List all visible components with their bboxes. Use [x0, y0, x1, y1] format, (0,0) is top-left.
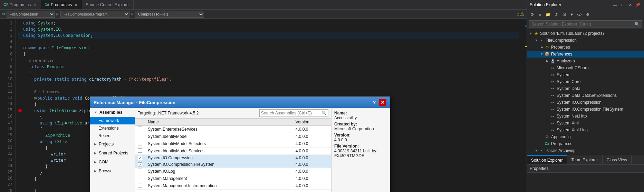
row-checkbox-8[interactable]	[135, 182, 145, 190]
nav-com[interactable]: ▶ COM	[90, 158, 135, 166]
nav-recent[interactable]: Recent	[90, 132, 135, 140]
row-checkbox-3[interactable]	[135, 148, 145, 155]
se-settings-btn[interactable]: ⚙	[584, 11, 592, 18]
se-code-btn[interactable]: </>	[576, 11, 584, 18]
detail-version-row: Version: 4.0.0.0	[334, 133, 387, 142]
tree-item-system-data-dse[interactable]: ▪▪ System.Data.DataSetExtensions	[527, 92, 644, 99]
row-checkbox-2[interactable]	[135, 140, 145, 148]
tree-item-program-cs[interactable]: C# Program.cs	[527, 140, 644, 147]
nav-projects[interactable]: ▶ Projects	[90, 140, 135, 149]
tab-team-explorer[interactable]: Team Explorer	[567, 155, 602, 164]
fc-expand[interactable]: ▼	[534, 39, 539, 42]
pa-expand[interactable]: ▼	[534, 149, 539, 152]
tree-item-solution[interactable]: ▼ ◈ Solution 'ElYusubLabs' (2 projects)	[527, 30, 644, 37]
checkbox-icon-5[interactable]: ✓	[138, 162, 142, 167]
solution-expand[interactable]: ▼	[528, 32, 533, 35]
tree-item-properties-fc[interactable]: ▶ ⚙ Properties	[527, 44, 644, 51]
browse-label: Browse	[99, 169, 113, 173]
tab-program-cs-1[interactable]: C# Program.cs ✕	[0, 0, 41, 9]
tree-item-analyzers[interactable]: ▶ 🔬 Analyzers	[527, 58, 644, 64]
dialog-table-row[interactable]: System.Management4.0.0.0	[135, 175, 331, 182]
props-fc-expand[interactable]: ▶	[539, 46, 544, 49]
dialog-close-btn[interactable]: ✕	[379, 99, 386, 106]
tree-item-sys-net-http[interactable]: ▪▪ System.Net.Http	[527, 113, 644, 120]
panel-close-btn[interactable]: ✕	[627, 1, 634, 8]
dialog-table-row[interactable]: System.IO.Log4.0.0.0	[135, 168, 331, 175]
checkbox-icon-6[interactable]	[138, 169, 142, 173]
tab-close-2[interactable]: ✕	[74, 2, 78, 7]
file-dropdown[interactable]: FileCompression	[7, 11, 55, 18]
nav-assemblies[interactable]: ▼ Assemblies	[90, 108, 135, 117]
se-refresh-btn[interactable]: ↺	[552, 11, 560, 18]
panel-minimize-btn[interactable]: —	[612, 1, 618, 8]
dialog-table-row[interactable]: System.IdentityModel4.0.0.0	[135, 133, 331, 140]
tree-item-sys-xml[interactable]: ▪▪ System.Xml	[527, 120, 644, 127]
checkbox-icon-4[interactable]: ✓	[138, 156, 142, 160]
se-collapse-btn[interactable]: ⇲	[560, 11, 568, 18]
dialog-search[interactable]: 🔍	[259, 109, 328, 117]
tree-item-system-data[interactable]: ▪▪ System.Data	[527, 85, 644, 92]
row-checkbox-1[interactable]	[135, 133, 145, 140]
tree-item-app-config-fc[interactable]: ⚙ App.config	[527, 133, 644, 140]
assemblies-arrow: ▼	[94, 111, 97, 114]
tab-class-view[interactable]: Class View	[603, 155, 632, 164]
se-show-files-btn[interactable]: 📁	[544, 11, 552, 18]
method-dropdown[interactable]: CompressToFile()	[135, 11, 204, 18]
analyzers-expand[interactable]: ▶	[545, 59, 550, 63]
dialog-table-wrap: Name Version System.EnterpriseServices4.…	[135, 119, 331, 192]
row-checkbox-0[interactable]	[135, 126, 145, 133]
panel-maximize-btn[interactable]: □	[619, 1, 626, 8]
se-sync-btn[interactable]: ⟳	[528, 11, 536, 18]
checkbox-icon-1[interactable]	[138, 134, 142, 138]
dialog-table-row[interactable]: System.IdentityModel.Selectors4.0.0.0	[135, 140, 331, 148]
tab-te-label: Team Explorer	[571, 158, 598, 162]
tab-program-cs-2[interactable]: C# Program.cs ✕	[41, 0, 82, 9]
nav-framework[interactable]: Framework	[90, 117, 135, 124]
row-checkbox-7[interactable]	[135, 175, 145, 182]
checkbox-icon-8[interactable]	[138, 183, 142, 188]
checkbox-icon-3[interactable]	[138, 148, 142, 153]
checkbox-icon-2[interactable]	[138, 141, 142, 145]
scroll-markers	[522, 19, 527, 192]
se-search-input[interactable]	[531, 22, 634, 27]
tree-item-sys-io-comp-fs[interactable]: ▪▪ System.IO.Compression.FileSystem	[527, 106, 644, 113]
dialog-table-row[interactable]: System.IdentityModel.Services4.0.0.0	[135, 148, 331, 155]
nav-extensions[interactable]: Extensions	[90, 124, 135, 132]
checkbox-icon-7[interactable]	[138, 176, 142, 180]
refs-fc-expand[interactable]: ▼	[539, 52, 544, 56]
tree-item-sys-xml-linq[interactable]: ▪▪ System.Xml.Linq	[527, 127, 644, 133]
se-search-box[interactable]: 🔍	[529, 20, 642, 28]
app-config-fc-label: App.config	[551, 134, 643, 139]
nav-shared-projects[interactable]: ▶ Shared Projects	[90, 149, 135, 158]
checkbox-icon-0[interactable]	[138, 127, 142, 131]
panel-pin-btn[interactable]: 📌	[634, 1, 641, 8]
class-dropdown[interactable]: FileCompression.Program	[60, 11, 129, 18]
row-checkbox-4[interactable]: ✓	[135, 155, 145, 161]
se-search-area: 🔍	[527, 19, 644, 29]
tree-item-system[interactable]: ▪▪ System	[527, 71, 644, 78]
tab-close-1[interactable]: ✕	[32, 2, 37, 7]
nav-browse[interactable]: ▶ Browse	[90, 166, 135, 175]
tree-item-system-core[interactable]: ▪▪ System.Core	[527, 78, 644, 85]
tab-solution-explorer[interactable]: Solution Explorer	[527, 155, 567, 164]
row-checkbox-6[interactable]	[135, 168, 145, 175]
dialog-table-row[interactable]: System.EnterpriseServices4.0.0.0	[135, 126, 331, 133]
se-filter-btn[interactable]: ▼	[568, 11, 576, 18]
tab-source-control[interactable]: Source Control Explorer	[82, 0, 134, 9]
dialog-table-row[interactable]: System.Management.Instrumentation4.0.0.0	[135, 182, 331, 190]
col-check	[135, 119, 145, 126]
tree-item-sys-io-comp[interactable]: ▪▪ System.IO.Compression	[527, 99, 644, 106]
dialog-table-row[interactable]: ✓System.IO.Compression.FileSystem4.0.0.0	[135, 161, 331, 168]
dialog-table-row[interactable]: ✓System.IO.Compression4.0.0.0	[135, 155, 331, 161]
dialog-help-btn[interactable]: ?	[371, 99, 378, 106]
row-checkbox-5[interactable]: ✓	[135, 161, 145, 168]
se-properties-btn[interactable]: ≡	[536, 11, 544, 18]
tree-item-references-fc[interactable]: ▼ 📦 References	[527, 51, 644, 58]
expand-editor-btn[interactable]: ↕	[517, 11, 519, 17]
row-name-8: System.Management.Instrumentation	[145, 182, 293, 190]
tree-item-microsoft-csharp[interactable]: ▪▪ Microsoft.CSharp	[527, 64, 644, 71]
dialog-search-input[interactable]	[261, 111, 320, 115]
tree-item-paralelarchiving[interactable]: ▼ ▪ ParalelArchiving	[527, 147, 644, 154]
row-version-2: 4.0.0.0	[293, 140, 331, 148]
tree-item-filecompression[interactable]: ▼ ▪ FileCompression	[527, 37, 644, 44]
